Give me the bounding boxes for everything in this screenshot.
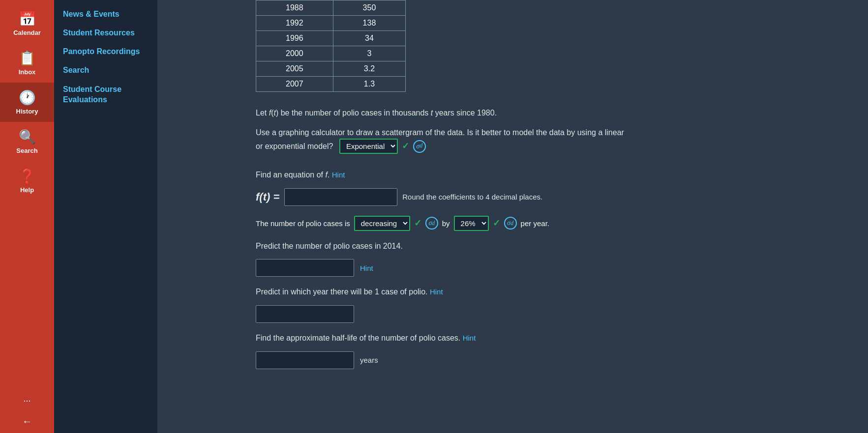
model-info-icon[interactable]: σd bbox=[413, 140, 426, 153]
table-cell-cases: 1.3 bbox=[333, 77, 406, 92]
sidebar-item-calendar[interactable]: 📅 Calendar bbox=[0, 4, 54, 43]
decreasing-row: The number of polio cases is decreasing … bbox=[256, 216, 848, 231]
predict-2014-block: Predict the number of polio cases in 201… bbox=[256, 240, 848, 277]
table-cell-year: 1996 bbox=[256, 31, 333, 46]
nav-item-student-resources[interactable]: Student Resources bbox=[54, 24, 157, 42]
icon-sidebar: 📅 Calendar 📋 Inbox 🕐 History 🔍 Search ❓ … bbox=[0, 0, 54, 433]
predict-2014-row: Hint bbox=[256, 259, 848, 277]
decreasing-info-icon[interactable]: σd bbox=[425, 217, 438, 230]
help-icon: ❓ bbox=[19, 168, 36, 184]
percent-select[interactable]: 26% 25% 27% bbox=[454, 216, 489, 231]
table-cell-cases: 3 bbox=[333, 46, 406, 61]
f-label: f(t) = bbox=[256, 191, 279, 203]
sidebar-item-history[interactable]: 🕐 History bbox=[0, 83, 54, 122]
percent-info-icon[interactable]: σd bbox=[504, 217, 517, 230]
half-life-row: years bbox=[256, 351, 848, 369]
find-equation-text: Find an equation of f. Hint bbox=[256, 169, 848, 181]
per-year-label: per year. bbox=[521, 219, 549, 228]
predict-2014-text: Predict the number of polio cases in 201… bbox=[256, 240, 848, 253]
predict-year-text: Predict in which year there will be 1 ca… bbox=[256, 286, 848, 298]
predict-2014-hint[interactable]: Hint bbox=[360, 264, 373, 272]
nav-item-student-course-evaluations[interactable]: Student Course Evaluations bbox=[54, 80, 157, 110]
calendar-label: Calendar bbox=[13, 29, 41, 36]
percent-check-icon: ✓ bbox=[493, 218, 500, 229]
inbox-icon: 📋 bbox=[19, 50, 36, 66]
table-cell-year: 2005 bbox=[256, 61, 333, 77]
question-block: Let f(t) be the number of polio cases in… bbox=[157, 97, 868, 383]
table-cell-cases: 350 bbox=[333, 0, 406, 16]
history-icon: 🕐 bbox=[19, 89, 36, 106]
table-row: 20071.3 bbox=[256, 77, 406, 92]
help-label: Help bbox=[20, 186, 34, 194]
inbox-label: Inbox bbox=[19, 68, 36, 76]
half-life-hint[interactable]: Hint bbox=[463, 334, 476, 342]
f-equation-input[interactable] bbox=[284, 188, 397, 206]
sidebar-item-search[interactable]: 🔍 Search bbox=[0, 122, 54, 161]
decreasing-select[interactable]: decreasing increasing bbox=[354, 216, 410, 231]
table-row: 20053.2 bbox=[256, 61, 406, 77]
half-life-input[interactable] bbox=[256, 351, 354, 369]
search-icon: 🔍 bbox=[19, 129, 36, 145]
half-life-block: Find the approximate half-life of the nu… bbox=[256, 332, 848, 369]
table-row: 20003 bbox=[256, 46, 406, 61]
calendar-icon: 📅 bbox=[19, 11, 36, 27]
round-note: Round the coefficients to 4 decimal plac… bbox=[402, 193, 542, 201]
table-row: 1988350 bbox=[256, 0, 406, 16]
nav-item-news-events[interactable]: News & Events bbox=[54, 5, 157, 24]
decreasing-text-before: The number of polio cases is bbox=[256, 219, 350, 228]
predict-year-block: Predict in which year there will be 1 ca… bbox=[256, 286, 848, 323]
history-label: History bbox=[16, 108, 38, 115]
intro-text: Let f(t) be the number of polio cases in… bbox=[256, 107, 848, 119]
more-options-dots[interactable]: ... bbox=[0, 388, 54, 410]
years-label: years bbox=[360, 356, 378, 364]
table-cell-cases: 34 bbox=[333, 31, 406, 46]
table-cell-cases: 3.2 bbox=[333, 61, 406, 77]
find-equation-hint[interactable]: Hint bbox=[332, 171, 345, 179]
nav-sidebar: News & Events Student Resources Panopto … bbox=[54, 0, 157, 433]
main-content: 198835019921381996342000320053.220071.3 … bbox=[157, 0, 868, 433]
table-cell-year: 1992 bbox=[256, 16, 333, 31]
nav-item-search[interactable]: Search bbox=[54, 61, 157, 80]
predict-year-input[interactable] bbox=[256, 305, 354, 323]
data-table: 198835019921381996342000320053.220071.3 bbox=[256, 0, 406, 92]
search-label: Search bbox=[16, 147, 37, 154]
decreasing-check-icon: ✓ bbox=[414, 218, 421, 229]
collapse-arrow[interactable]: ← bbox=[0, 410, 54, 433]
sidebar-item-help[interactable]: ❓ Help bbox=[0, 161, 54, 201]
scattergram-text: Use a graphing calculator to draw a scat… bbox=[256, 126, 848, 162]
table-cell-cases: 138 bbox=[333, 16, 406, 31]
predict-2014-input[interactable] bbox=[256, 259, 354, 277]
model-check-icon: ✓ bbox=[402, 139, 409, 153]
table-cell-year: 2007 bbox=[256, 77, 333, 92]
table-cell-year: 1988 bbox=[256, 0, 333, 16]
nav-item-panopto-recordings[interactable]: Panopto Recordings bbox=[54, 42, 157, 61]
f-equation-row: f(t) = Round the coefficients to 4 decim… bbox=[256, 188, 848, 206]
table-row: 199634 bbox=[256, 31, 406, 46]
by-label: by bbox=[442, 219, 450, 228]
table-row: 1992138 bbox=[256, 16, 406, 31]
sidebar-item-inbox[interactable]: 📋 Inbox bbox=[0, 43, 54, 83]
half-life-text: Find the approximate half-life of the nu… bbox=[256, 332, 848, 345]
model-select[interactable]: Exponential Linear bbox=[339, 139, 398, 154]
table-cell-year: 2000 bbox=[256, 46, 333, 61]
predict-year-hint[interactable]: Hint bbox=[430, 288, 443, 296]
predict-year-row bbox=[256, 305, 848, 323]
